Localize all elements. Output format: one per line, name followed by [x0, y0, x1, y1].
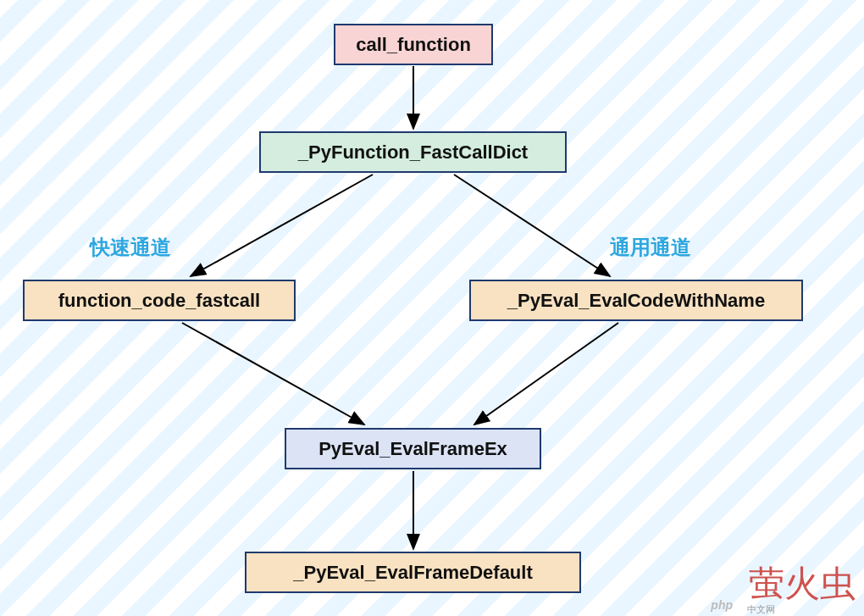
watermark-php: php — [711, 598, 733, 612]
label-general-channel: 通用通道 — [610, 234, 691, 261]
svg-line-2 — [454, 175, 610, 276]
node-pyeval-evalframeex: PyEval_EvalFrameEx — [285, 428, 541, 469]
svg-line-3 — [182, 323, 364, 425]
svg-line-1 — [191, 175, 373, 276]
node-pyfunction-fastcalldict: _PyFunction_FastCallDict — [259, 131, 567, 173]
label-fast-channel: 快速通道 — [90, 234, 171, 261]
node-pyeval-evalframedefault: _PyEval_EvalFrameDefault — [245, 552, 581, 593]
svg-line-4 — [474, 323, 618, 425]
node-function-code-fastcall: function_code_fastcall — [23, 280, 296, 321]
watermark-main: 萤火虫 — [749, 560, 856, 608]
node-pyeval-evalcodewithname: _PyEval_EvalCodeWithName — [469, 280, 803, 321]
node-call-function: call_function — [334, 24, 493, 65]
